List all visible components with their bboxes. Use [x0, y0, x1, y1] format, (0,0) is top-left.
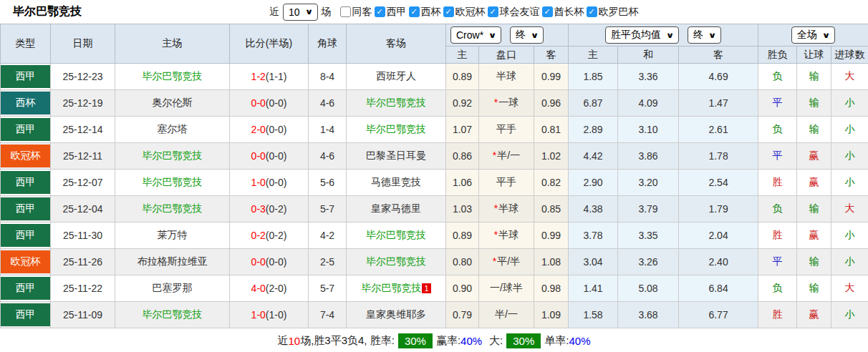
- handicap-line: *平/半: [479, 249, 534, 275]
- result-overunder: 小: [831, 90, 868, 117]
- avg-draw-odds: 3.86: [618, 143, 679, 170]
- filter-label: 欧罗巴杯: [599, 6, 639, 19]
- home-team: 毕尔巴鄂竞技: [115, 302, 230, 328]
- handicap-home-odds: 1.07: [446, 117, 479, 143]
- checked-checkbox-icon[interactable]: ✓: [488, 6, 498, 17]
- handicap-home-odds: 0.92: [446, 90, 479, 117]
- result-handicap: 赢: [797, 302, 831, 328]
- handicap-away-odds: 0.98: [534, 275, 569, 302]
- result-wdl: 胜: [758, 302, 797, 328]
- away-team: 西班牙人: [347, 64, 446, 90]
- scope-select[interactable]: 全场 ∨: [791, 26, 835, 44]
- score-cell: 1-2(1-1): [230, 64, 309, 90]
- result-wdl: 负: [758, 196, 797, 223]
- near-label: 近: [269, 6, 279, 19]
- league-type-cell: 欧冠杯: [1, 143, 51, 170]
- away-team: 巴黎圣日耳曼: [347, 143, 446, 170]
- col-header-home: 主场: [115, 24, 230, 64]
- sub-header-avg-away: 客: [679, 47, 758, 64]
- score-cell: 1-0(0-0): [230, 170, 309, 196]
- filter-item: ✓西甲: [375, 6, 407, 19]
- handicap-line: 半/一: [479, 302, 534, 328]
- away-team-name: 马德里竞技: [371, 176, 421, 187]
- avg-draw-odds: 3.20: [618, 170, 679, 196]
- score-cell: 0-0(0-0): [230, 143, 309, 170]
- checked-checkbox-icon[interactable]: ✓: [587, 6, 597, 17]
- half-time-score: (0-2): [266, 230, 287, 241]
- league-type-cell: 西杯: [1, 90, 51, 117]
- filter-item: ✓西杯: [409, 6, 441, 19]
- sub-header-goals: 进球数: [831, 47, 868, 64]
- checked-checkbox-icon[interactable]: ✓: [443, 6, 454, 17]
- home-team-name: 塞尔塔: [158, 123, 188, 135]
- chevron-down-icon: ∨: [531, 31, 539, 40]
- handicap-state-select[interactable]: 终 ∨: [510, 26, 544, 44]
- league-badge: 西甲: [1, 171, 50, 194]
- avg-away-odds: 1.78: [679, 143, 758, 170]
- result-overunder: 小: [831, 117, 868, 143]
- table-row: 西甲25-11-30莱万特0-2(0-2)4-2毕尔巴鄂竞技0.89*半球0.9…: [1, 223, 868, 249]
- league-type-cell: 西甲: [1, 117, 51, 143]
- handicap-away-odds: 0.96: [534, 90, 569, 117]
- half-time-score: (0-0): [266, 177, 287, 188]
- match-date: 25-12-04: [51, 196, 115, 223]
- avg-draw-odds: 3.79: [618, 196, 679, 223]
- avg-state-select[interactable]: 终 ∨: [688, 26, 721, 44]
- win-rate-badge: 30%: [398, 333, 433, 348]
- league-badge: 西甲: [1, 224, 50, 247]
- hcp-rate-label: 赢率:: [436, 334, 460, 348]
- handicap-home-odds: 1.03: [446, 196, 479, 223]
- away-team: 毕尔巴鄂竞技: [347, 90, 446, 117]
- full-time-score: 4-0: [251, 283, 266, 294]
- league-badge: 西甲: [1, 118, 50, 141]
- match-date: 25-12-23: [51, 64, 115, 90]
- unchecked-checkbox-icon[interactable]: [340, 6, 351, 17]
- half-time-score: (0-0): [266, 124, 287, 135]
- result-handicap: 输: [797, 64, 831, 90]
- home-team: 塞尔塔: [115, 117, 230, 143]
- bookmaker-select[interactable]: Crow* ∨: [450, 26, 501, 44]
- avg-away-odds: 4.69: [679, 64, 758, 90]
- full-time-score: 0-0: [251, 150, 266, 162]
- result-wdl: 平: [758, 249, 797, 275]
- handicap-line: 平手: [479, 170, 534, 196]
- corners: 1-4: [309, 117, 347, 143]
- filter-label: 西杯: [421, 6, 441, 19]
- red-count-badge: 1: [422, 283, 430, 293]
- avg-home-odds: 2.89: [569, 117, 618, 143]
- half-time-score: (1-0): [266, 309, 287, 321]
- avg-odds-select[interactable]: 胜平负均值 ∨: [605, 26, 679, 44]
- score-cell: 0-2(0-2): [230, 223, 309, 249]
- checked-checkbox-icon[interactable]: ✓: [409, 6, 420, 17]
- away-team: 毕尔巴鄂竞技: [347, 223, 446, 249]
- avg-away-odds: 1.79: [679, 196, 758, 223]
- avg-home-odds: 6.87: [569, 90, 618, 117]
- avg-away-odds: 6.84: [679, 275, 758, 302]
- half-time-score: (0-0): [266, 97, 287, 109]
- result-overunder: 小: [831, 170, 868, 196]
- result-handicap: 赢: [797, 143, 831, 170]
- match-date: 25-12-07: [51, 170, 115, 196]
- filter-label: 酋长杯: [554, 6, 584, 19]
- handicap-home-odds: 0.89: [446, 64, 479, 90]
- handicap-away-odds: 0.99: [534, 223, 569, 249]
- corners: 5-6: [309, 170, 347, 196]
- avg-draw-odds: 4.09: [618, 90, 679, 117]
- full-time-score: 2-0: [251, 124, 266, 135]
- avg-home-odds: 4.42: [569, 143, 618, 170]
- checked-checkbox-icon[interactable]: ✓: [375, 6, 385, 17]
- away-team-name: 毕尔巴鄂竞技: [366, 97, 426, 108]
- match-count-select[interactable]: 10 ∨: [283, 4, 318, 21]
- col-header-score: 比分(半场): [230, 24, 309, 64]
- checked-checkbox-icon[interactable]: ✓: [542, 6, 553, 17]
- handicap-group-header: Crow* ∨ 终 ∨: [446, 24, 569, 47]
- full-time-score: 0-0: [251, 256, 266, 268]
- filter-item: ✓欧冠杯: [443, 6, 486, 19]
- handicap-away-odds: 0.82: [534, 170, 569, 196]
- half-time-score: (2-0): [266, 283, 287, 294]
- star-icon: *: [493, 150, 496, 161]
- sub-header-hcp-away: 客: [534, 47, 569, 64]
- home-team-name: 毕尔巴鄂竞技: [143, 308, 203, 320]
- handicap-home-odds: 0.89: [446, 223, 479, 249]
- avg-home-odds: 1.58: [569, 302, 618, 328]
